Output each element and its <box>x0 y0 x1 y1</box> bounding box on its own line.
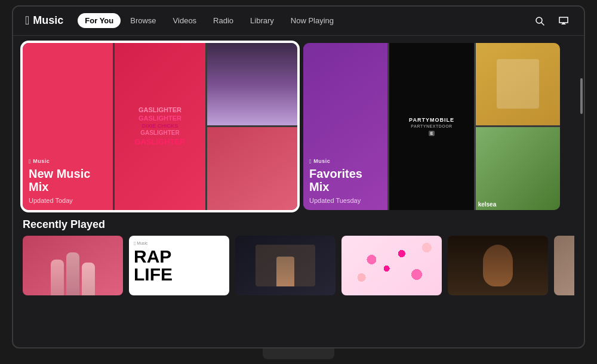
app-title: Music <box>33 14 63 27</box>
nav-radio[interactable]: Radio <box>206 13 241 28</box>
fav-art-1 <box>476 43 560 126</box>
airplay-button[interactable] <box>555 13 572 29</box>
rp-item-flowers[interactable] <box>341 236 442 295</box>
tv-stand <box>263 348 334 359</box>
rp-item-dark[interactable] <box>235 236 336 295</box>
nav-icons <box>531 13 572 29</box>
new-music-mix-card[interactable]:  Music New Music Mix Updated Today <box>23 43 297 210</box>
rp-item-raplife[interactable]:  Music RAPLIFE <box>129 236 229 295</box>
tv-frame:  Music For You Browse Videos Radio Libr… <box>12 5 585 348</box>
nav-now-playing[interactable]: Now Playing <box>284 13 341 28</box>
airplay-icon <box>558 16 569 26</box>
recently-played-title: Recently Played <box>23 218 574 231</box>
favorites-title: Favorites <box>309 167 381 180</box>
main-nav: For You Browse Videos Radio Library Now … <box>78 13 517 28</box>
apple-icon:  <box>25 14 29 27</box>
search-button[interactable] <box>531 13 548 29</box>
favorites-subtitle: Updated Tuesday <box>309 197 381 204</box>
search-icon <box>535 16 544 26</box>
rp-item-partial[interactable] <box>554 236 574 295</box>
svg-line-1 <box>541 23 544 25</box>
main-content:  Music New Music Mix Updated Today <box>13 36 584 347</box>
favorites-mix-card[interactable]:  Music Favorites Mix Updated Tuesday <box>303 43 560 210</box>
kelsea-cell: kelsea <box>476 127 560 210</box>
favorites-label-cell:  Music Favorites Mix Updated Tuesday <box>303 43 387 210</box>
recently-played-row:  Music RAPLIFE <box>23 236 574 295</box>
favorites-title2: Mix <box>309 180 381 193</box>
partymobile-artist: PARTYNEXTDOOR <box>411 124 452 128</box>
raplife-apple-badge:  Music <box>134 240 148 246</box>
nav-browse[interactable]: Browse <box>123 13 163 28</box>
raplife-title: RAPLIFE <box>134 248 173 283</box>
kelsea-text: kelsea <box>478 201 497 208</box>
app-logo:  Music <box>25 14 63 27</box>
scroll-hint <box>580 78 583 114</box>
featured-row:  Music New Music Mix Updated Today <box>23 43 574 210</box>
partymobile-text: PARTYMOBILE <box>409 117 454 123</box>
explicit-badge: E <box>429 131 435 136</box>
apple-music-badge-fav:  Music <box>309 158 381 165</box>
nav-library[interactable]: Library <box>243 13 281 28</box>
new-music-art-1 <box>207 43 297 126</box>
partymobile-cell: PARTYMOBILE PARTYNEXTDOOR E <box>389 43 473 210</box>
app-header:  Music For You Browse Videos Radio Libr… <box>13 7 584 36</box>
nav-for-you[interactable]: For You <box>78 13 121 28</box>
recently-played-section: Recently Played <box>23 218 574 295</box>
rp-item-portrait[interactable] <box>448 236 548 295</box>
rp-item-1[interactable] <box>23 236 123 295</box>
nav-videos[interactable]: Videos <box>166 13 204 28</box>
